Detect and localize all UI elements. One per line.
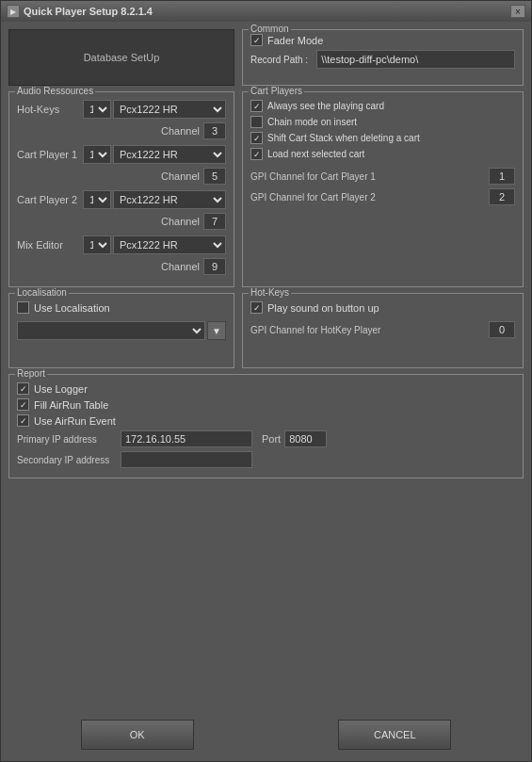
record-path-label: Record Path : xyxy=(250,55,308,65)
hotkey-gpi-row: GPI Channel for HotKey Player 0 xyxy=(250,321,515,338)
cart1-label: Cart Player 1 xyxy=(17,149,83,160)
report-group-label: Report xyxy=(15,368,47,379)
localisation-group-label: Localisation xyxy=(15,287,69,298)
always-see-label: Always see the playing card xyxy=(267,101,384,111)
cart2-row: Cart Player 2 1 Pcx1222 HR xyxy=(17,190,226,209)
title-bar-left: ▶ Quick Player Setup 8.2.1.4 xyxy=(7,5,153,18)
use-localisation-checkbox[interactable] xyxy=(17,301,29,314)
chain-mode-checkbox[interactable] xyxy=(250,116,263,128)
gpi1-row: GPI Channel for Cart Player 1 1 xyxy=(250,168,515,185)
load-next-label: Load next selected cart xyxy=(267,149,364,159)
load-next-checkbox[interactable] xyxy=(250,148,263,160)
use-logger-checkbox[interactable] xyxy=(17,382,29,395)
database-setup-label: Database SetUp xyxy=(84,52,160,63)
always-see-checkbox[interactable] xyxy=(250,100,263,112)
title-bar: ▶ Quick Player Setup 8.2.1.4 × xyxy=(1,1,531,22)
mix-channel-row: Channel 9 xyxy=(17,258,226,275)
bottom-row: Localisation Use Localisation ▼ Hot-Keys… xyxy=(8,293,524,368)
fill-airun-row: Fill AirRun Table xyxy=(17,398,515,411)
localisation-group: Localisation Use Localisation ▼ xyxy=(8,293,234,368)
always-see-row: Always see the playing card xyxy=(250,100,515,112)
window: ▶ Quick Player Setup 8.2.1.4 × Database … xyxy=(0,0,532,762)
record-path-row: Record Path : xyxy=(250,50,515,69)
gpi2-label: GPI Channel for Cart Player 2 xyxy=(250,192,489,203)
shift-stack-label: Shift Cart Stack when deleting a cart xyxy=(267,133,420,143)
fader-mode-checkbox[interactable] xyxy=(250,34,263,46)
mix-row: Mix Editor 1 Pcx1222 HR xyxy=(17,235,226,254)
close-button[interactable]: × xyxy=(510,5,525,18)
localisation-dropdown-row: ▼ xyxy=(17,321,226,340)
fader-mode-label: Fader Mode xyxy=(267,35,323,46)
mix-device-select[interactable]: Pcx1222 HR xyxy=(113,235,226,254)
cart1-row: Cart Player 1 1 Pcx1222 HR xyxy=(17,145,226,164)
chain-mode-label: Chain mode on insert xyxy=(267,117,357,127)
cancel-button[interactable]: CANCEL xyxy=(338,720,451,750)
localisation-select[interactable] xyxy=(17,321,205,340)
cart1-channel-value: 5 xyxy=(203,168,226,185)
cart1-channel-row: Channel 5 xyxy=(17,168,226,185)
hotkey-gpi-label: GPI Channel for HotKey Player xyxy=(250,325,489,335)
port-label: Port xyxy=(262,433,281,445)
common-group: Common Fader Mode Record Path : xyxy=(242,29,524,86)
port-input[interactable] xyxy=(284,430,327,447)
hotkeys-channel-value: 3 xyxy=(203,122,226,139)
secondary-ip-label: Secondary IP address xyxy=(17,455,121,465)
gpi1-value: 1 xyxy=(489,168,515,185)
use-airun-label: Use AirRun Event xyxy=(34,415,116,427)
cart2-num-select[interactable]: 1 xyxy=(83,190,111,209)
database-setup-box[interactable]: Database SetUp xyxy=(8,29,234,86)
use-localisation-label: Use Localisation xyxy=(34,302,110,314)
load-next-row: Load next selected cart xyxy=(250,148,515,160)
record-path-input[interactable] xyxy=(316,50,515,69)
play-sound-label: Play sound on button up xyxy=(267,302,379,314)
fill-airun-checkbox[interactable] xyxy=(17,398,29,411)
mix-channel-value: 9 xyxy=(203,258,226,275)
cart2-device-select[interactable]: Pcx1222 HR xyxy=(113,190,226,209)
use-logger-label: Use Logger xyxy=(34,383,88,395)
primary-ip-row: Primary IP address Port xyxy=(17,430,515,447)
gpi2-row: GPI Channel for Cart Player 2 2 xyxy=(250,188,515,205)
hotkeys-num-select[interactable]: 1 xyxy=(83,100,111,119)
ok-button[interactable]: OK xyxy=(81,720,194,750)
cart2-channel-row: Channel 7 xyxy=(17,213,226,230)
gpi1-label: GPI Channel for Cart Player 1 xyxy=(250,171,489,182)
hotkeys-channel-label: Channel xyxy=(161,125,200,137)
cart-players-group-label: Cart Players xyxy=(249,86,304,96)
secondary-ip-input[interactable] xyxy=(121,451,252,468)
mix-label: Mix Editor xyxy=(17,239,83,251)
hotkeys-row: Hot-Keys 1 Pcx1222 HR xyxy=(17,100,226,119)
common-group-label: Common xyxy=(249,24,291,34)
primary-ip-input[interactable] xyxy=(121,430,252,447)
cart2-channel-label: Channel xyxy=(161,216,200,227)
localisation-dropdown-arrow[interactable]: ▼ xyxy=(207,321,226,340)
use-airun-checkbox[interactable] xyxy=(17,414,29,427)
cart-players-group: Cart Players Always see the playing card… xyxy=(242,91,524,287)
hotkey-gpi-value: 0 xyxy=(489,321,515,338)
hotkeys-label: Hot-Keys xyxy=(17,104,83,115)
cart2-label: Cart Player 2 xyxy=(17,194,83,205)
hotkeys-group-label: Hot-Keys xyxy=(249,287,291,298)
primary-ip-label: Primary IP address xyxy=(17,434,121,445)
fill-airun-label: Fill AirRun Table xyxy=(34,399,108,411)
hotkeys-group: Hot-Keys Play sound on button up GPI Cha… xyxy=(242,293,524,368)
mix-channel-label: Channel xyxy=(161,261,200,272)
cart1-num-select[interactable]: 1 xyxy=(83,145,111,164)
fader-mode-row: Fader Mode xyxy=(250,34,515,46)
content-area: Database SetUp Common Fader Mode Record … xyxy=(1,22,531,761)
hotkeys-device-select[interactable]: Pcx1222 HR xyxy=(113,100,226,119)
secondary-ip-row: Secondary IP address xyxy=(17,451,515,468)
use-airun-row: Use AirRun Event xyxy=(17,414,515,427)
cart2-channel-value: 7 xyxy=(203,213,226,230)
mix-num-select[interactable]: 1 xyxy=(83,235,111,254)
use-logger-row: Use Logger xyxy=(17,382,515,395)
report-group: Report Use Logger Fill AirRun Table Use … xyxy=(8,374,524,478)
play-sound-checkbox[interactable] xyxy=(250,301,263,314)
chain-mode-row: Chain mode on insert xyxy=(250,116,515,128)
app-icon: ▶ xyxy=(7,5,20,18)
top-row: Database SetUp Common Fader Mode Record … xyxy=(8,29,524,86)
play-sound-row: Play sound on button up xyxy=(250,301,515,314)
shift-stack-checkbox[interactable] xyxy=(250,132,263,144)
middle-row: Audio Ressources Hot-Keys 1 Pcx1222 HR C… xyxy=(8,91,524,287)
cart1-device-select[interactable]: Pcx1222 HR xyxy=(113,145,226,164)
shift-stack-row: Shift Cart Stack when deleting a cart xyxy=(250,132,515,144)
